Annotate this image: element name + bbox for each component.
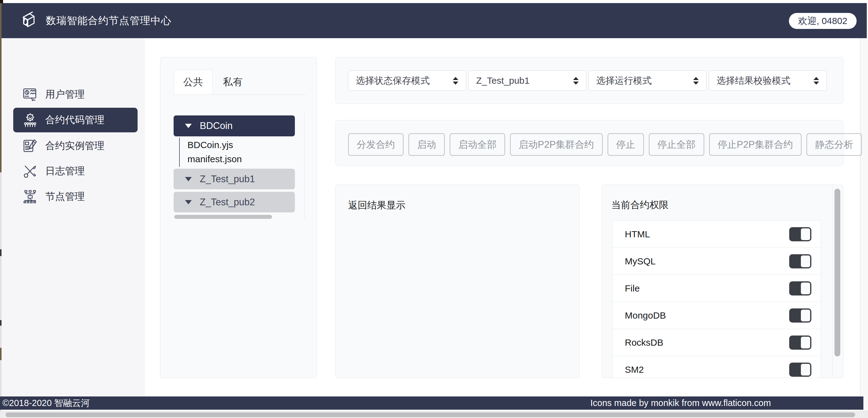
tree-node-label: BDCoin [200, 120, 233, 131]
sidebar-item-label: 合约代码管理 [45, 113, 104, 127]
updown-arrows-icon [453, 77, 458, 85]
start-button[interactable]: 启动 [408, 133, 445, 156]
permission-toggle-mysql[interactable] [789, 254, 811, 268]
sidebar-item-label: 用户管理 [45, 88, 85, 101]
tree-node-ztestpub1[interactable]: Z_Test_pub1 [174, 169, 295, 189]
permission-label: File [625, 283, 640, 294]
stop-p2p-cluster-button[interactable]: 停止P2P集群合约 [709, 133, 802, 156]
contract-tree: BDCoin BDCoin.yjs manifest.json Z_Test_p… [174, 115, 295, 212]
toggle-knob [801, 282, 810, 295]
permission-toggle-html[interactable] [789, 227, 811, 241]
sidebar-item-log-management[interactable]: 日志管理 [13, 159, 137, 183]
toggle-knob [801, 309, 810, 322]
state-save-mode-select[interactable]: 选择状态保存模式 [348, 70, 466, 91]
permissions-scrollbar[interactable] [834, 189, 840, 356]
sidebar-item-label: 日志管理 [45, 165, 85, 178]
page-horizontal-scrollbar-thumb[interactable] [5, 413, 855, 417]
permission-row-html: HTML [613, 221, 820, 248]
select-value: 选择运行模式 [596, 74, 652, 87]
sidebar: 用户管理 合约代码管理 [2, 38, 145, 396]
network-nodes-icon [23, 189, 38, 204]
result-verify-mode-select[interactable]: 选择结果校验模式 [709, 70, 827, 91]
stop-button[interactable]: 停止 [608, 133, 644, 156]
tree-leaf-manifest-json[interactable]: manifest.json [174, 152, 295, 166]
permission-row-sm2: SM2 [613, 356, 820, 378]
welcome-user-button[interactable]: 欢迎, 04802 [789, 13, 857, 29]
sidebar-item-node-management[interactable]: 节点管理 [13, 184, 137, 209]
permission-row-mysql: MySQL [613, 248, 820, 275]
result-panel: 返回结果显示 [335, 185, 580, 378]
tree-node-label: Z_Test_pub2 [200, 197, 255, 208]
caret-down-icon [185, 200, 192, 204]
monitor-chart-icon [23, 87, 38, 102]
permission-row-file: File [613, 275, 820, 302]
permission-toggle-rocksdb[interactable] [789, 335, 811, 350]
tree-indent-line [179, 138, 180, 167]
gear-crowd-icon [23, 112, 38, 128]
permission-label: SM2 [625, 364, 644, 375]
tree-horizontal-scrollbar[interactable] [174, 215, 272, 219]
result-panel-title: 返回结果显示 [348, 199, 405, 212]
sidebar-item-label: 节点管理 [45, 190, 85, 204]
icons-credit-text: Icons made by monkik from www.flaticon.c… [590, 396, 771, 410]
action-buttons: 分发合约 启动 启动全部 启动P2P集群合约 停止 停止全部 停止P2P集群合约… [348, 133, 862, 156]
toggle-knob [801, 336, 810, 349]
permission-toggle-sm2[interactable] [789, 363, 811, 377]
permissions-list: HTML MySQL File MongoDB RocksDB SM2 [612, 220, 821, 378]
contract-select[interactable]: Z_Test_pub1 [468, 70, 586, 91]
distribute-contract-button[interactable]: 分发合约 [348, 133, 404, 156]
permission-label: MongoDB [625, 310, 666, 321]
stop-all-button[interactable]: 停止全部 [649, 133, 704, 156]
tree-node-ztestpub2[interactable]: Z_Test_pub2 [174, 192, 295, 212]
logo-icon [20, 11, 37, 30]
static-analysis-button[interactable]: 静态分析 [806, 133, 862, 156]
updown-arrows-icon [693, 77, 699, 85]
page-vertical-scrollbar-track[interactable] [860, 38, 868, 411]
permission-label: MySQL [625, 256, 656, 267]
sidebar-item-user-management[interactable]: 用户管理 [13, 82, 137, 107]
copyright-text: ©2018-2020 智融云河 [2, 396, 90, 410]
tree-leaf-bdcoin-yjs[interactable]: BDCoin.yjs [174, 138, 295, 152]
sidebar-item-contract-instance[interactable]: 合约实例管理 [13, 133, 137, 158]
toggle-knob [801, 255, 810, 267]
permission-row-mongodb: MongoDB [613, 302, 820, 329]
page-horizontal-scrollbar-track[interactable] [0, 411, 868, 418]
permission-label: RocksDB [625, 337, 663, 348]
tree-node-bdcoin[interactable]: BDCoin [174, 115, 295, 137]
app-footer: ©2018-2020 智融云河 Icons made by monkik fro… [0, 396, 863, 410]
updown-arrows-icon [573, 77, 579, 85]
start-p2p-cluster-button[interactable]: 启动P2P集群合约 [510, 133, 603, 156]
permission-row-rocksdb: RocksDB [613, 329, 820, 356]
permission-toggle-mongodb[interactable] [789, 308, 811, 323]
tab-private[interactable]: 私有 [213, 69, 252, 94]
run-mode-select[interactable]: 选择运行模式 [589, 70, 706, 91]
permissions-scroll-track [832, 185, 833, 378]
permission-toggle-file[interactable] [789, 281, 811, 296]
select-value: 选择结果校验模式 [717, 74, 790, 87]
document-pencil-icon [23, 138, 38, 154]
sidebar-item-contract-code[interactable]: 合约代码管理 [13, 108, 137, 132]
tree-children: BDCoin.yjs manifest.json [174, 137, 295, 169]
app-title: 数瑞智能合约节点管理中心 [46, 14, 172, 28]
app-header: 数瑞智能合约节点管理中心 欢迎, 04802 [2, 3, 867, 38]
tab-public[interactable]: 公共 [174, 69, 213, 94]
screen-edge-top [0, 0, 868, 3]
select-value: 选择状态保存模式 [356, 74, 430, 87]
mode-select-bar: 选择状态保存模式 Z_Test_pub1 选择运行模式 选择结果校验模式 [336, 57, 843, 104]
app-root: 数瑞智能合约节点管理中心 欢迎, 04802 用户管理 [0, 0, 868, 418]
caret-down-icon [185, 177, 192, 181]
toggle-knob [801, 228, 810, 240]
contract-tree-panel: 公共 私有 BDCoin BDCoin.yjs manifest.json Z_… [160, 57, 317, 378]
tree-node-label: Z_Test_pub1 [200, 174, 255, 185]
permission-label: HTML [625, 229, 650, 239]
tools-icon [23, 163, 38, 179]
updown-arrows-icon [813, 77, 819, 85]
permissions-panel-title: 当前合约权限 [611, 199, 669, 211]
permissions-panel: 当前合约权限 HTML MySQL File MongoDB RocksDB [602, 185, 843, 378]
select-value: Z_Test_pub1 [476, 76, 529, 86]
start-all-button[interactable]: 启动全部 [450, 133, 505, 156]
action-bar: 分发合约 启动 启动全部 启动P2P集群合约 停止 停止全部 停止P2P集群合约… [336, 120, 843, 166]
caret-down-icon [185, 124, 192, 128]
sidebar-item-label: 合约实例管理 [45, 139, 104, 153]
screen-edge-corner [0, 0, 3, 3]
